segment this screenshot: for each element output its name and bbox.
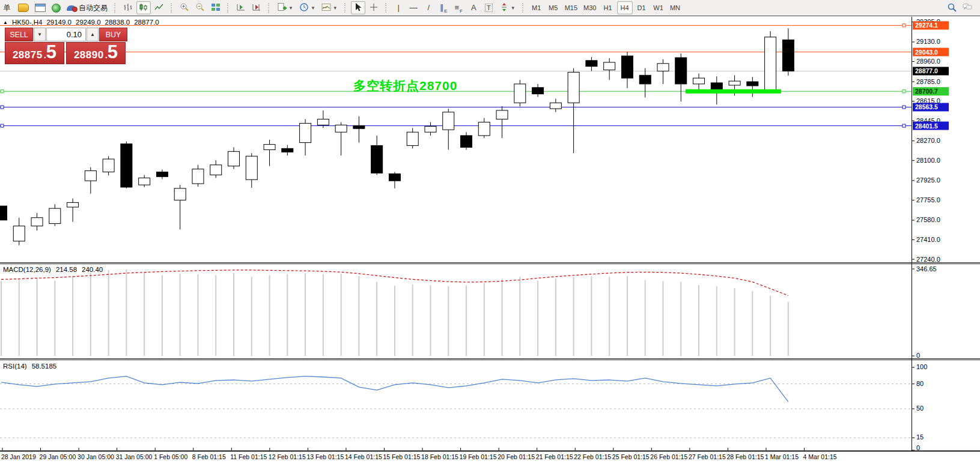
chart-shift-icon[interactable] xyxy=(249,1,264,14)
dropdown-arrow-icon[interactable]: ▼ xyxy=(311,5,315,11)
candle[interactable] xyxy=(174,188,186,200)
candle[interactable] xyxy=(586,61,597,67)
search-icon[interactable] xyxy=(945,1,959,14)
candle[interactable] xyxy=(407,132,418,145)
candle[interactable] xyxy=(317,119,329,125)
timeframe-h4-button[interactable]: H4 xyxy=(617,1,633,14)
chart-canvas[interactable]: 29305.029130.028960.028785.028615.028445… xyxy=(0,17,980,464)
candle[interactable] xyxy=(371,146,383,173)
pivot-highlight-segment[interactable] xyxy=(686,89,781,94)
fibonacci-icon[interactable]: ≡F xyxy=(452,1,466,14)
candle[interactable] xyxy=(657,64,669,71)
line-anchor-marker[interactable] xyxy=(902,90,905,93)
zoom-out-icon[interactable] xyxy=(193,1,207,14)
autotrade-button[interactable]: 自动交易 xyxy=(64,1,110,14)
timeframe-m15-button[interactable]: M15 xyxy=(562,1,580,14)
candle[interactable] xyxy=(31,218,43,226)
candle[interactable] xyxy=(568,72,579,103)
buy-button[interactable]: BUY xyxy=(99,28,127,41)
timeframe-m1-button[interactable]: M1 xyxy=(529,1,544,14)
arrows-icon[interactable]: ▼ xyxy=(497,1,518,14)
candle[interactable] xyxy=(425,126,436,132)
line-anchor-marker[interactable] xyxy=(902,124,905,127)
candle[interactable] xyxy=(443,112,454,130)
indicators-icon[interactable]: ▼ xyxy=(319,1,340,14)
candle[interactable] xyxy=(621,56,633,78)
candle[interactable] xyxy=(49,208,61,223)
timeframe-h1-button[interactable]: H1 xyxy=(600,1,616,14)
candle[interactable] xyxy=(729,81,740,85)
timeframe-d1-button[interactable]: D1 xyxy=(634,1,650,14)
dropdown-arrow-icon[interactable]: ▼ xyxy=(511,5,516,11)
candle[interactable] xyxy=(478,122,490,135)
candle[interactable] xyxy=(532,88,544,94)
cursor-icon[interactable] xyxy=(351,1,365,14)
candle[interactable] xyxy=(550,103,561,109)
timeframe-m30-button[interactable]: M30 xyxy=(581,1,598,14)
volume-increase-button[interactable]: ▲ xyxy=(87,28,99,41)
templates-icon[interactable]: ▼ xyxy=(275,1,296,14)
candle[interactable] xyxy=(782,40,794,71)
candlestick-icon[interactable] xyxy=(136,1,151,14)
timeframe-m5-button[interactable]: M5 xyxy=(546,1,561,14)
volume-decrease-button[interactable]: ▼ xyxy=(34,28,46,41)
timeframe-w1-button[interactable]: W1 xyxy=(651,1,666,14)
chat-icon[interactable] xyxy=(960,1,975,14)
periods-icon[interactable]: ▼ xyxy=(297,1,318,14)
chart-background[interactable] xyxy=(0,17,980,464)
candle[interactable] xyxy=(246,156,257,179)
line-anchor-marker[interactable] xyxy=(902,106,905,109)
tile-windows-icon[interactable] xyxy=(208,1,223,14)
candle[interactable] xyxy=(85,171,96,181)
auto-scroll-icon[interactable] xyxy=(234,1,248,14)
candle[interactable] xyxy=(264,145,275,150)
timeframe-mn-button[interactable]: MN xyxy=(668,1,683,14)
trendline-icon[interactable]: / xyxy=(422,1,436,14)
candle[interactable] xyxy=(103,159,114,172)
sell-button[interactable]: SELL xyxy=(5,28,33,41)
text-icon[interactable]: A xyxy=(467,1,481,14)
sell-price-box[interactable]: 28875 . 5 xyxy=(5,42,64,64)
candle[interactable] xyxy=(13,226,25,241)
candle[interactable] xyxy=(67,202,79,207)
channel-icon[interactable]: ∥E xyxy=(437,1,451,14)
candle[interactable] xyxy=(0,206,7,220)
order-book-icon[interactable] xyxy=(16,1,31,14)
candle[interactable] xyxy=(496,110,508,119)
candle[interactable] xyxy=(353,125,365,128)
crosshair-icon[interactable] xyxy=(367,1,381,14)
candle[interactable] xyxy=(675,58,687,84)
collapse-triangle-icon[interactable]: ▲ xyxy=(3,20,8,25)
candle[interactable] xyxy=(389,173,400,181)
line-anchor-marker[interactable] xyxy=(902,24,905,27)
candle[interactable] xyxy=(139,178,150,185)
candle[interactable] xyxy=(604,62,615,70)
dropdown-arrow-icon[interactable]: ▼ xyxy=(333,5,338,11)
horizontal-line-icon[interactable]: — xyxy=(407,1,421,14)
bar-chart-icon[interactable] xyxy=(121,1,135,14)
candle[interactable] xyxy=(765,37,776,90)
line-anchor-marker[interactable] xyxy=(1,90,4,93)
candle[interactable] xyxy=(210,165,222,175)
line-chart-icon[interactable] xyxy=(152,1,166,14)
chart-area[interactable]: 29305.029130.028960.028785.028615.028445… xyxy=(0,17,980,464)
vertical-line-icon[interactable]: | xyxy=(392,1,406,14)
new-order-fragment[interactable]: 单 xyxy=(0,1,14,14)
candle[interactable] xyxy=(121,144,132,187)
candle[interactable] xyxy=(693,78,705,84)
candle[interactable] xyxy=(156,172,168,176)
candle[interactable] xyxy=(461,136,472,148)
signal-icon[interactable] xyxy=(49,1,63,14)
line-anchor-marker[interactable] xyxy=(1,124,4,127)
candle[interactable] xyxy=(282,148,293,152)
candle[interactable] xyxy=(514,84,526,103)
candle[interactable] xyxy=(228,151,240,166)
candle[interactable] xyxy=(192,169,204,184)
line-anchor-marker[interactable] xyxy=(1,106,4,109)
buy-price-box[interactable]: 28890 . 5 xyxy=(66,42,126,64)
zoom-in-icon[interactable] xyxy=(177,1,192,14)
volume-input[interactable] xyxy=(46,28,86,41)
candle[interactable] xyxy=(300,123,311,142)
text-label-icon[interactable]: T xyxy=(482,1,496,14)
dropdown-arrow-icon[interactable]: ▼ xyxy=(288,5,293,11)
